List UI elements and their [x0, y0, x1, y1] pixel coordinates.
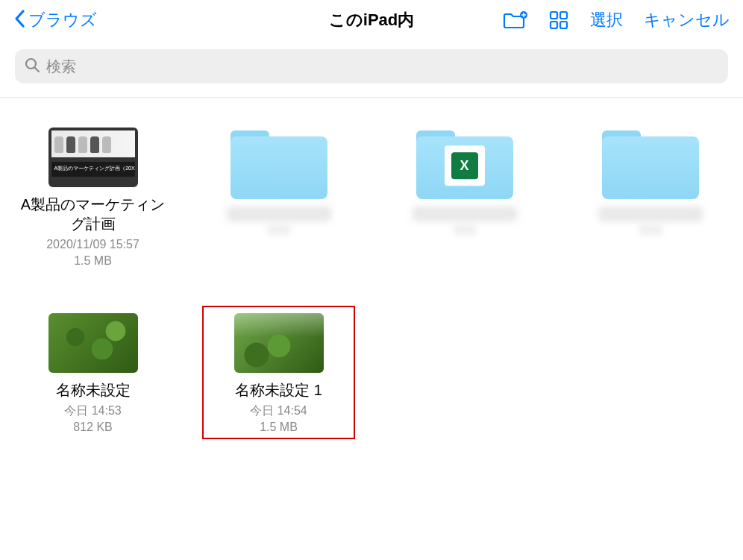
folder-item[interactable] [574, 128, 727, 268]
searchbar-container [0, 40, 743, 98]
file-item[interactable]: 名称未設定 今日 14:53 812 KB [16, 313, 169, 435]
folder-item[interactable] [202, 128, 355, 268]
file-size: 812 KB [73, 419, 112, 435]
back-button[interactable]: ブラウズ [13, 8, 97, 32]
file-item-selected[interactable]: 名称未設定 1 今日 14:54 1.5 MB [202, 306, 355, 439]
svg-line-6 [35, 68, 39, 72]
file-date: 2020/11/09 15:57 [46, 236, 139, 253]
folder-meta [268, 224, 290, 235]
view-grid-button[interactable] [548, 10, 569, 31]
file-thumbnail [234, 313, 324, 373]
header-bar: ブラウズ このiPad内 選択 キャンセル [0, 0, 743, 40]
file-name: 名称未設定 [56, 380, 131, 400]
cancel-button[interactable]: キャンセル [644, 9, 730, 31]
folder-item[interactable]: X [388, 128, 541, 268]
file-grid: A製品のマーケティング計画（20XX年） A製品のマーケティング計画 2020/… [0, 98, 743, 450]
file-thumbnail [48, 313, 138, 373]
svg-rect-4 [560, 22, 567, 28]
page-title: このiPad内 [329, 9, 414, 31]
file-name: A製品のマーケティング計画 [19, 195, 168, 233]
excel-icon: X [445, 145, 485, 186]
folder-icon [231, 128, 327, 199]
file-name: 名称未設定 1 [235, 380, 322, 400]
file-size: 1.5 MB [74, 253, 112, 269]
chevron-left-icon [13, 8, 27, 32]
svg-rect-3 [551, 22, 557, 28]
search-input[interactable] [46, 58, 719, 75]
folder-meta [454, 224, 476, 235]
file-item[interactable]: A製品のマーケティング計画（20XX年） A製品のマーケティング計画 2020/… [16, 128, 169, 268]
file-size: 1.5 MB [260, 419, 298, 435]
folder-name [598, 207, 703, 221]
folder-icon: X [416, 128, 513, 199]
file-thumbnail: A製品のマーケティング計画（20XX年） [48, 128, 138, 187]
select-button[interactable]: 選択 [590, 9, 623, 31]
search-icon [24, 57, 40, 76]
searchbar[interactable] [15, 49, 728, 84]
svg-rect-2 [560, 12, 567, 19]
folder-icon [602, 128, 699, 199]
svg-point-5 [26, 59, 36, 69]
back-label: ブラウズ [28, 9, 97, 31]
folder-name [413, 207, 517, 221]
thumbnail-caption: A製品のマーケティング計画（20XX年） [51, 162, 135, 177]
header-actions: 選択 キャンセル [502, 9, 730, 31]
folder-name [227, 207, 331, 221]
svg-rect-1 [551, 12, 557, 19]
new-folder-button[interactable] [502, 10, 527, 31]
file-date: 今日 14:53 [64, 403, 121, 419]
folder-meta [639, 224, 662, 235]
file-date: 今日 14:54 [250, 403, 307, 419]
